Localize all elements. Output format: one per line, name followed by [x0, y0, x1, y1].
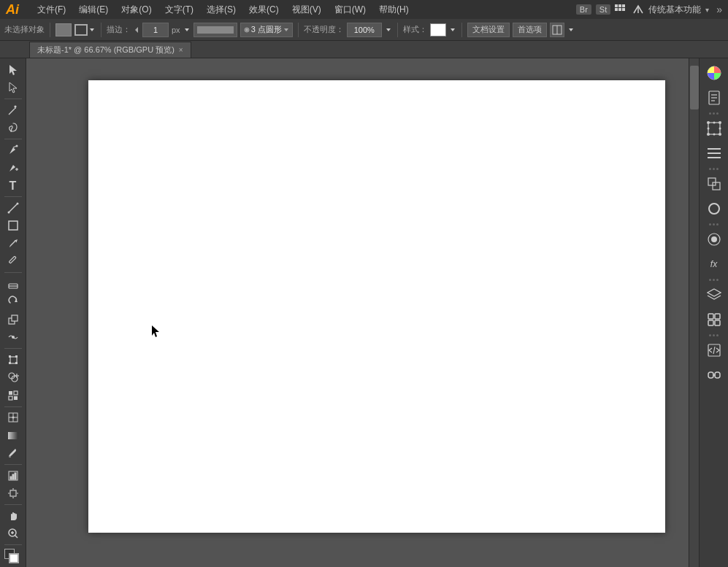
transform-panel-button[interactable]	[702, 117, 726, 140]
document-tab[interactable]: 未标题-1* @ 66.67% (RGB/GPU 预览) ×	[29, 42, 191, 58]
lasso-tool-button[interactable]	[3, 119, 23, 136]
color-indicators[interactable]	[3, 547, 23, 565]
gradient-tool-button[interactable]	[3, 427, 23, 444]
doc-settings-button[interactable]: 文档设置	[467, 23, 510, 37]
stock-button[interactable]: St	[596, 4, 610, 15]
vertical-scrollbar[interactable]	[689, 58, 699, 567]
bridge-button[interactable]: Br	[576, 4, 591, 15]
pencil-tool-button[interactable]	[3, 253, 23, 271]
scale-tool-button[interactable]	[3, 311, 23, 328]
opacity-dropdown-icon[interactable]	[385, 26, 392, 34]
canvas-area[interactable]	[26, 58, 689, 567]
stroke-unit-dropdown-icon[interactable]	[183, 26, 191, 34]
line-icon	[7, 202, 19, 214]
svg-marker-9	[185, 28, 189, 31]
menu-type[interactable]: 文字(T)	[159, 2, 199, 18]
eraser-tool-button[interactable]	[3, 275, 23, 293]
send-icon	[632, 4, 644, 15]
tool-sep-4	[4, 272, 22, 273]
line-tool-button[interactable]	[3, 199, 23, 217]
stroke-dropdown-arrow[interactable]	[88, 26, 96, 34]
color-panel-button[interactable]	[702, 61, 726, 85]
svg-rect-50	[14, 391, 18, 395]
type-icon: T	[9, 180, 17, 193]
menu-effect[interactable]: 效果(C)	[243, 2, 285, 18]
stroke-panel-button[interactable]	[702, 197, 726, 220]
menu-select[interactable]: 选择(S)	[201, 2, 242, 18]
selection-tool-button[interactable]	[3, 61, 23, 79]
panel-divider-4	[700, 277, 728, 282]
links-icon	[707, 312, 721, 327]
eyedropper-tool-button[interactable]	[3, 444, 23, 462]
pathfinder-panel-button[interactable]	[702, 172, 726, 196]
svg-rect-41	[9, 355, 11, 358]
svg-point-11	[245, 28, 248, 31]
svg-marker-18	[9, 65, 17, 75]
warp-tool-button[interactable]	[3, 329, 23, 347]
pen-tool-button[interactable]	[3, 142, 23, 159]
menu-help[interactable]: 帮助(H)	[373, 2, 415, 18]
svg-marker-36	[15, 299, 18, 302]
artboard	[88, 80, 665, 533]
paintbrush-tool-button[interactable]	[3, 235, 23, 252]
svg-rect-102	[708, 372, 713, 378]
scrollbar-thumb[interactable]	[690, 66, 699, 109]
links-panel-button[interactable]	[702, 308, 726, 331]
align-panel-button[interactable]	[702, 142, 726, 165]
hand-tool-button[interactable]	[3, 507, 23, 525]
style-swatch[interactable]	[430, 23, 446, 36]
panel-divider-1	[700, 111, 728, 115]
direct-selection-tool-button[interactable]	[3, 80, 23, 97]
tab-close-button[interactable]: ×	[179, 46, 183, 54]
type-tool-button[interactable]: T	[3, 177, 23, 195]
fill-color-swatch[interactable]	[55, 23, 72, 36]
stroke-fill-preview	[197, 26, 234, 34]
document-panel-button[interactable]	[702, 86, 726, 109]
svg-point-86	[719, 128, 721, 130]
rotate-tool-button[interactable]	[3, 293, 23, 311]
arrange-button[interactable]	[550, 23, 564, 37]
extra-panel-button[interactable]	[702, 363, 726, 387]
menu-window[interactable]: 窗口(W)	[329, 2, 372, 18]
magic-wand-tool-button[interactable]	[3, 101, 23, 119]
svg-rect-98	[708, 320, 713, 325]
stroke-arrow-left[interactable]	[134, 26, 139, 34]
svg-point-81	[707, 133, 710, 136]
menu-edit[interactable]: 编辑(E)	[73, 2, 114, 18]
workspace-button[interactable]: 传统基本功能	[648, 4, 701, 16]
artboard-icon	[7, 487, 19, 499]
zoom-tool-button[interactable]	[3, 525, 23, 542]
menu-view[interactable]: 视图(V)	[286, 2, 327, 18]
arrange-dropdown-icon[interactable]	[567, 26, 575, 34]
mesh-tool-button[interactable]	[3, 409, 23, 426]
svg-point-25	[15, 144, 18, 147]
stroke-style-dropdown[interactable]: 3 点圆形	[240, 23, 293, 37]
svg-marker-8	[135, 27, 138, 33]
main-area: T	[0, 58, 728, 567]
appearance-panel-button[interactable]	[702, 228, 726, 251]
preferences-button[interactable]: 首选项	[513, 23, 547, 37]
svg-line-69	[15, 536, 18, 539]
menu-file[interactable]: 文件(F)	[31, 2, 72, 18]
expand-icon[interactable]: »	[716, 4, 722, 15]
graph-tool-button[interactable]	[3, 467, 23, 485]
stroke-value-input[interactable]	[142, 23, 169, 37]
rect-tool-button[interactable]	[3, 217, 23, 235]
add-anchor-tool-button[interactable]	[3, 159, 23, 177]
layers-panel-button[interactable]	[702, 283, 726, 306]
warp-icon	[7, 331, 19, 343]
stroke-indicator[interactable]	[74, 24, 96, 36]
opacity-input[interactable]	[347, 23, 382, 37]
fx-panel-button[interactable]: fx	[702, 252, 726, 276]
style-dropdown-icon[interactable]	[449, 26, 456, 34]
shape-builder-tool-button[interactable]	[3, 369, 23, 387]
tool-sep-9	[4, 544, 22, 545]
menu-object[interactable]: 对象(O)	[115, 2, 157, 18]
free-transform-tool-button[interactable]	[3, 351, 23, 369]
diamond-icon	[244, 27, 250, 33]
live-paint-tool-button[interactable]	[3, 387, 23, 404]
workspace-arrow-icon[interactable]: ▾	[705, 6, 709, 14]
document-icon	[708, 90, 721, 105]
embed-panel-button[interactable]	[702, 339, 726, 362]
artboard-tool-button[interactable]	[3, 485, 23, 502]
